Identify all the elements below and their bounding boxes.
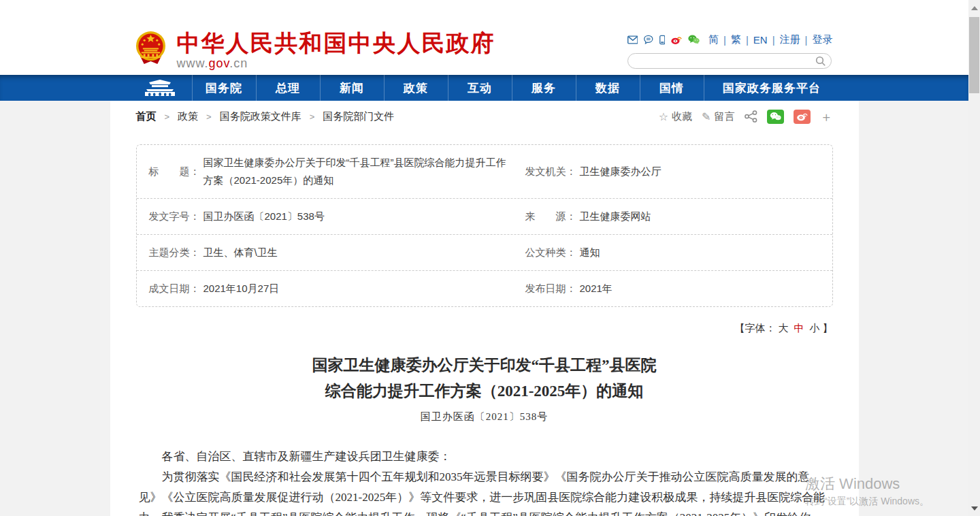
nav-item-2[interactable]: 新闻 (320, 75, 384, 101)
lang-en-link[interactable]: EN (753, 34, 768, 46)
login-link[interactable]: 登录 (813, 33, 833, 46)
breadcrumb-item-2[interactable]: 国务院政策文件库 (220, 110, 301, 123)
meta-value: 国卫办医函〔2021〕538号 (203, 208, 341, 225)
page: 中华人民共和国中央人民政府 www.gov.cn (0, 0, 968, 516)
breadcrumb: 首页>政策>国务院政策文件库>国务院部门文件 (136, 110, 395, 123)
meta-cell-3-1: 发布日期：2021年 (525, 280, 820, 297)
site-logo[interactable]: 中华人民共和国中央人民政府 www.gov.cn (135, 31, 495, 70)
national-emblem-icon (135, 31, 167, 66)
breadcrumb-separator: > (310, 112, 315, 122)
meta-value: 卫生、体育\卫生 (203, 244, 294, 261)
nav-item-3[interactable]: 政策 (384, 75, 448, 101)
meta-cell-0-1: 发文机关：卫生健康委办公厅 (525, 163, 820, 180)
article-body: 各省、自治区、直辖市及新疆生产建设兵团卫生健康委：为贯彻落实《国民经济和社会发展… (139, 447, 830, 516)
article-paragraph-1: 为贯彻落实《国民经济和社会发展第十四个五年规划和2035年远景目标纲要》《国务院… (139, 467, 830, 516)
meta-row-1: 发文字号：国卫办医函〔2021〕538号来 源：卫生健康委网站 (137, 199, 832, 235)
breadcrumb-separator: > (165, 112, 170, 122)
scroll-up-arrow[interactable] (968, 2, 980, 14)
comment-button[interactable]: ✎ 留言 (702, 110, 734, 123)
header-links: 简|繁|EN|注册|登录 (708, 33, 832, 46)
breadcrumb-item-0[interactable]: 首页 (136, 110, 157, 123)
share-wechat-button[interactable] (767, 110, 784, 124)
scrollbar-thumb[interactable] (969, 17, 979, 93)
comment-label: 留言 (715, 110, 735, 123)
font-size-medium-button[interactable]: 中 (794, 322, 804, 334)
pencil-icon: ✎ (702, 110, 710, 123)
breadcrumb-item-3[interactable]: 国务院部门文件 (323, 110, 394, 123)
article-title-line2: 综合能力提升工作方案（2021-2025年）的通知 (139, 378, 830, 404)
article-title: 国家卫生健康委办公厅关于印发“千县工程”县医院 综合能力提升工作方案（2021-… (139, 353, 830, 404)
nav-item-4[interactable]: 互动 (448, 75, 512, 101)
meta-cell-3-0: 成文日期：2021年10月27日 (149, 280, 525, 297)
meta-row-2: 主题分类：卫生、体育\卫生公文种类：通知 (137, 235, 832, 271)
search-icon[interactable] (815, 56, 826, 67)
comment-icon[interactable] (644, 33, 653, 46)
mail-icon[interactable] (627, 34, 638, 46)
meta-value: 通知 (580, 244, 617, 261)
content-column: 首页>政策>国务院政策文件库>国务院部门文件 ☆ 收藏 ✎ 留言 (110, 101, 859, 516)
font-size-bar: 【字体：大中小】 (136, 322, 833, 335)
article-title-line1: 国家卫生健康委办公厅关于印发“千县工程”县医院 (139, 353, 830, 378)
nav-item-7[interactable]: 国情 (640, 75, 704, 101)
vertical-scrollbar[interactable] (968, 0, 980, 516)
search-box (627, 53, 832, 69)
meta-row-3: 成文日期：2021年10月27日发布日期：2021年 (137, 271, 832, 306)
meta-cell-2-1: 公文种类：通知 (525, 244, 820, 261)
scroll-down-arrow[interactable] (968, 502, 980, 514)
meta-label: 成文日期： (149, 280, 203, 297)
nav-item-0[interactable]: 国务院 (192, 75, 256, 101)
more-actions-button[interactable]: ＋ (820, 110, 833, 123)
meta-row-0: 标 题：国家卫生健康委办公厅关于印发“千县工程”县医院综合能力提升工作方案（20… (137, 145, 832, 199)
search-input[interactable] (628, 54, 812, 68)
meta-value: 2021年10月27日 (203, 280, 296, 297)
nav-item-8[interactable]: 国家政务服务平台 (704, 75, 840, 101)
main-nav: 国务院总理新闻政策互动服务数据国情国家政务服务平台 (0, 75, 968, 101)
meta-value: 2021年 (580, 280, 629, 297)
meta-cell-1-0: 发文字号：国卫办医函〔2021〕538号 (149, 208, 525, 225)
meta-label: 公文种类： (525, 244, 580, 261)
document-meta-table: 标 题：国家卫生健康委办公厅关于印发“千县工程”县医院综合能力提升工作方案（20… (136, 144, 833, 307)
favorite-label: 收藏 (672, 110, 692, 123)
meta-label: 标 题： (149, 163, 203, 180)
nav-item-6[interactable]: 数据 (576, 75, 640, 101)
favorite-button[interactable]: ☆ 收藏 (659, 110, 692, 123)
register-link[interactable]: 注册 (780, 33, 800, 46)
page-actions: ☆ 收藏 ✎ 留言 (659, 110, 833, 124)
nav-items: 国务院总理新闻政策互动服务数据国情国家政务服务平台 (128, 75, 841, 101)
share-weibo-button[interactable] (794, 110, 811, 124)
lang-simplified-link[interactable]: 简 (708, 33, 719, 46)
site-header: 中华人民共和国中央人民政府 www.gov.cn (0, 0, 968, 75)
meta-cell-2-0: 主题分类：卫生、体育\卫生 (149, 244, 525, 261)
meta-label: 发布日期： (525, 280, 580, 297)
lang-traditional-link[interactable]: 繁 (731, 33, 741, 46)
nav-home-button[interactable] (128, 75, 192, 101)
wechat-share-icon (770, 112, 781, 121)
nav-item-5[interactable]: 服务 (512, 75, 576, 101)
meta-label: 发文机关： (525, 163, 580, 180)
font-size-small-button[interactable]: 小 (810, 322, 820, 334)
mobile-icon[interactable] (659, 33, 666, 46)
site-url: www.gov.cn (177, 57, 495, 70)
article-paragraph-0: 各省、自治区、直辖市及新疆生产建设兵团卫生健康委： (139, 447, 830, 467)
meta-value: 国家卫生健康委办公厅关于印发“千县工程”县医院综合能力提升工作方案（2021-2… (203, 154, 525, 189)
font-size-large-button[interactable]: 大 (779, 322, 789, 334)
meta-cell-1-1: 来 源：卫生健康委网站 (525, 208, 820, 225)
meta-value: 卫生健康委网站 (580, 208, 668, 225)
breadcrumb-item-1[interactable]: 政策 (178, 110, 198, 123)
font-bar-suffix: 】 (823, 322, 833, 334)
meta-label: 发文字号： (149, 208, 203, 225)
wechat-icon[interactable] (688, 33, 700, 46)
share-icon[interactable] (745, 110, 757, 123)
breadcrumb-separator: > (206, 112, 212, 122)
font-bar-prefix: 【字体： (735, 322, 776, 334)
tiananmen-icon (142, 79, 178, 97)
meta-label: 来 源： (525, 208, 580, 225)
document-number: 国卫办医函〔2021〕538号 (139, 410, 830, 423)
meta-cell-0-0: 标 题：国家卫生健康委办公厅关于印发“千县工程”县医院综合能力提升工作方案（20… (149, 154, 525, 189)
star-icon: ☆ (659, 110, 668, 123)
nav-item-1[interactable]: 总理 (256, 75, 320, 101)
meta-value: 卫生健康委办公厅 (580, 163, 678, 180)
weibo-icon[interactable] (671, 33, 682, 46)
header-utility-icons: 简|繁|EN|注册|登录 (627, 31, 833, 48)
meta-label: 主题分类： (149, 244, 203, 261)
